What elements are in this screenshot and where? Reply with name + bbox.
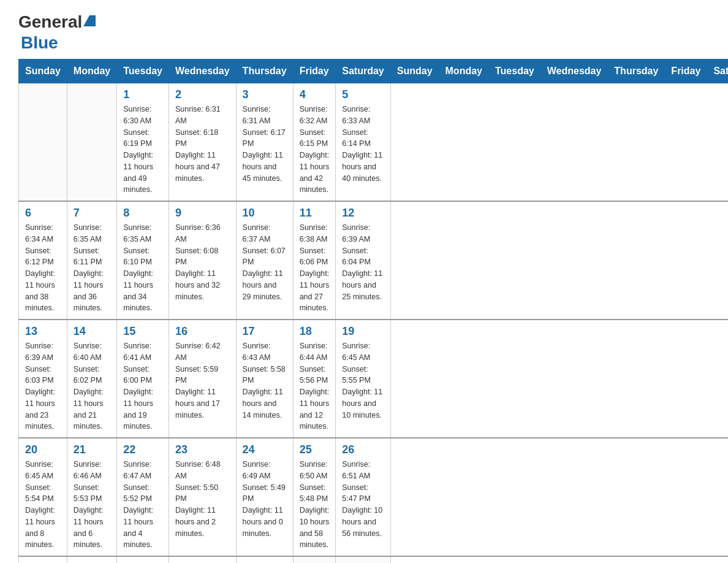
day-info: Sunrise: 6:35 AMSunset: 6:10 PMDaylight:… [123,222,162,314]
calendar-cell: 22Sunrise: 6:47 AMSunset: 5:52 PMDayligh… [117,438,169,556]
day-info: Sunrise: 6:39 AMSunset: 6:04 PMDaylight:… [342,222,384,302]
day-number: 15 [123,325,162,338]
calendar-cell: 7Sunrise: 6:35 AMSunset: 6:11 PMDaylight… [67,201,116,320]
calendar-cell [293,556,336,563]
day-info: Sunrise: 6:43 AMSunset: 5:58 PMDaylight:… [243,340,287,421]
day-info: Sunrise: 6:46 AMSunset: 5:53 PMDaylight:… [74,459,110,551]
day-info: Sunrise: 6:51 AMSunset: 5:47 PMDaylight:… [342,459,384,539]
day-info: Sunrise: 6:44 AMSunset: 5:56 PMDaylight:… [300,340,330,432]
day-info: Sunrise: 6:45 AMSunset: 5:54 PMDaylight:… [25,459,61,551]
calendar-cell: 5Sunrise: 6:33 AMSunset: 6:14 PMDaylight… [336,83,390,202]
day-number: 2 [175,88,230,101]
weekday-header-monday: Monday [67,59,116,83]
calendar-week-row: 6Sunrise: 6:34 AMSunset: 6:12 PMDaylight… [19,201,729,320]
weekday-header-sunday: Sunday [390,59,439,83]
calendar-cell: 23Sunrise: 6:48 AMSunset: 5:50 PMDayligh… [169,438,236,556]
calendar-cell: 4Sunrise: 6:32 AMSunset: 6:15 PMDaylight… [293,83,336,202]
calendar-cell: 25Sunrise: 6:50 AMSunset: 5:48 PMDayligh… [293,438,336,556]
weekday-header-thursday: Thursday [236,59,293,83]
day-number: 5 [342,88,384,101]
day-number: 6 [25,207,61,220]
day-info: Sunrise: 6:45 AMSunset: 5:55 PMDaylight:… [342,340,384,421]
weekday-header-tuesday: Tuesday [488,59,540,83]
calendar-cell: 12Sunrise: 6:39 AMSunset: 6:04 PMDayligh… [336,201,390,320]
calendar-cell: 17Sunrise: 6:43 AMSunset: 5:58 PMDayligh… [236,320,293,438]
day-number: 1 [123,88,162,101]
day-info: Sunrise: 6:33 AMSunset: 6:14 PMDaylight:… [342,104,384,184]
logo-area: General Blue [18,12,96,53]
day-info: Sunrise: 6:35 AMSunset: 6:11 PMDaylight:… [74,222,110,314]
day-number: 14 [74,325,110,338]
day-number: 18 [300,325,330,338]
calendar-cell: 24Sunrise: 6:49 AMSunset: 5:49 PMDayligh… [236,438,293,556]
logo-blue-text: Blue [21,33,58,52]
day-info: Sunrise: 6:32 AMSunset: 6:15 PMDaylight:… [300,104,330,196]
logo: General [18,12,96,32]
calendar-cell: 2Sunrise: 6:31 AMSunset: 6:18 PMDaylight… [169,83,236,202]
weekday-header-friday: Friday [293,59,336,83]
calendar-week-row: 20Sunrise: 6:45 AMSunset: 5:54 PMDayligh… [19,438,729,556]
calendar-cell: 30Sunrise: 6:54 AMSunset: 5:43 PMDayligh… [169,556,236,563]
day-number: 19 [342,325,384,338]
day-info: Sunrise: 6:42 AMSunset: 5:59 PMDaylight:… [175,340,230,421]
day-info: Sunrise: 6:49 AMSunset: 5:49 PMDaylight:… [243,459,287,539]
logo-general-text: General [18,12,82,32]
day-info: Sunrise: 6:30 AMSunset: 6:19 PMDaylight:… [123,104,162,196]
day-info: Sunrise: 6:50 AMSunset: 5:48 PMDaylight:… [300,459,330,551]
day-number: 26 [342,443,384,456]
weekday-header-saturday: Saturday [707,59,728,83]
page-header: General Blue [18,12,710,53]
day-info: Sunrise: 6:48 AMSunset: 5:50 PMDaylight:… [175,459,230,539]
day-info: Sunrise: 6:39 AMSunset: 6:03 PMDaylight:… [25,340,61,432]
day-info: Sunrise: 6:36 AMSunset: 6:08 PMDaylight:… [175,222,230,302]
day-info: Sunrise: 6:31 AMSunset: 6:18 PMDaylight:… [175,104,230,184]
calendar-cell: 29Sunrise: 6:53 AMSunset: 5:44 PMDayligh… [117,556,169,563]
day-number: 25 [300,443,330,456]
calendar-header-row: SundayMondayTuesdayWednesdayThursdayFrid… [19,59,729,83]
calendar-cell: 14Sunrise: 6:40 AMSunset: 6:02 PMDayligh… [67,320,116,438]
day-number: 21 [74,443,110,456]
day-number: 17 [243,325,287,338]
calendar-cell: 27Sunrise: 6:52 AMSunset: 5:46 PMDayligh… [19,556,67,563]
calendar-cell: 1Sunrise: 6:30 AMSunset: 6:19 PMDaylight… [117,83,169,202]
calendar-cell: 21Sunrise: 6:46 AMSunset: 5:53 PMDayligh… [67,438,116,556]
day-number: 4 [300,88,330,101]
calendar-table: SundayMondayTuesdayWednesdayThursdayFrid… [18,59,728,563]
calendar-week-row: 13Sunrise: 6:39 AMSunset: 6:03 PMDayligh… [19,320,729,438]
calendar-cell: 19Sunrise: 6:45 AMSunset: 5:55 PMDayligh… [336,320,390,438]
day-number: 16 [175,325,230,338]
weekday-header-monday: Monday [439,59,488,83]
day-info: Sunrise: 6:41 AMSunset: 6:00 PMDaylight:… [123,340,162,432]
weekday-header-thursday: Thursday [608,59,665,83]
weekday-header-tuesday: Tuesday [117,59,169,83]
day-number: 11 [300,207,330,220]
calendar-cell: 6Sunrise: 6:34 AMSunset: 6:12 PMDaylight… [19,201,67,320]
day-info: Sunrise: 6:34 AMSunset: 6:12 PMDaylight:… [25,222,61,314]
weekday-header-sunday: Sunday [19,59,67,83]
calendar-cell [336,556,390,563]
calendar-cell: 10Sunrise: 6:37 AMSunset: 6:07 PMDayligh… [236,201,293,320]
day-number: 23 [175,443,230,456]
calendar-cell [19,83,67,202]
day-number: 3 [243,88,287,101]
calendar-week-row: 27Sunrise: 6:52 AMSunset: 5:46 PMDayligh… [19,556,729,563]
calendar-cell: 11Sunrise: 6:38 AMSunset: 6:06 PMDayligh… [293,201,336,320]
day-info: Sunrise: 6:31 AMSunset: 6:17 PMDaylight:… [243,104,287,184]
calendar-cell: 20Sunrise: 6:45 AMSunset: 5:54 PMDayligh… [19,438,67,556]
day-number: 20 [25,443,61,456]
calendar-cell: 28Sunrise: 6:53 AMSunset: 5:45 PMDayligh… [67,556,116,563]
logo-triangle-icon [83,15,96,26]
weekday-header-friday: Friday [665,59,707,83]
calendar-cell: 15Sunrise: 6:41 AMSunset: 6:00 PMDayligh… [117,320,169,438]
day-number: 24 [243,443,287,456]
day-info: Sunrise: 6:40 AMSunset: 6:02 PMDaylight:… [74,340,110,432]
day-number: 12 [342,207,384,220]
calendar-cell: 8Sunrise: 6:35 AMSunset: 6:10 PMDaylight… [117,201,169,320]
calendar-cell: 26Sunrise: 6:51 AMSunset: 5:47 PMDayligh… [336,438,390,556]
day-info: Sunrise: 6:47 AMSunset: 5:52 PMDaylight:… [123,459,162,551]
calendar-cell [67,83,116,202]
day-number: 7 [74,207,110,220]
day-number: 10 [243,207,287,220]
calendar-cell: 9Sunrise: 6:36 AMSunset: 6:08 PMDaylight… [169,201,236,320]
calendar-cell: 31Sunrise: 6:55 AMSunset: 5:42 PMDayligh… [236,556,293,563]
